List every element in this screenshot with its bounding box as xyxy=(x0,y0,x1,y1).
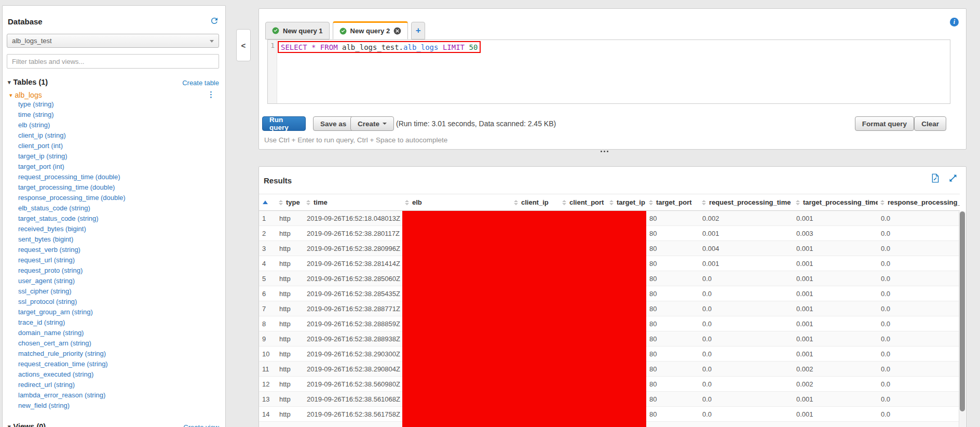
row-number: 11 xyxy=(259,365,276,373)
panel-resize-handle[interactable] xyxy=(601,151,608,152)
create-view-link[interactable]: Create view xyxy=(183,423,219,427)
close-tab-icon[interactable] xyxy=(393,27,401,35)
column-item[interactable]: received_bytes (bigint) xyxy=(18,224,126,234)
sql-token: LIMIT xyxy=(443,43,469,51)
cell-response_processing: 0.0 xyxy=(878,335,960,343)
row-number: 1 xyxy=(259,215,276,222)
collapse-sidebar-handle[interactable]: < xyxy=(236,29,251,61)
expand-results-icon[interactable] xyxy=(948,174,958,183)
table-name-label: alb_logs xyxy=(15,91,42,99)
column-item[interactable]: target_processing_time (double) xyxy=(18,182,126,193)
cell-target_processing_time: 0.001 xyxy=(793,290,878,298)
database-select[interactable]: alb_logs_test xyxy=(7,34,219,48)
column-header-label: client_port xyxy=(569,198,604,206)
column-header-client_port[interactable]: client_port xyxy=(560,194,607,210)
cell-target_processing_time: 0.001 xyxy=(793,395,878,403)
info-icon[interactable]: i xyxy=(950,18,959,26)
cell-target_port: 80 xyxy=(646,305,699,313)
row-number: 12 xyxy=(259,380,276,388)
column-item[interactable]: client_ip (string) xyxy=(18,130,126,141)
filter-tables-input[interactable] xyxy=(7,54,219,69)
table-columns-list: type (string) time (string) elb (string)… xyxy=(18,99,126,411)
column-header-target_port[interactable]: target_port xyxy=(646,194,699,210)
column-item[interactable]: elb (string) xyxy=(18,120,126,130)
column-header-response_processing[interactable]: response_processing_ xyxy=(878,194,960,210)
column-item[interactable]: chosen_cert_arn (string) xyxy=(18,338,126,349)
column-header-type[interactable]: type xyxy=(276,194,304,210)
column-item[interactable]: trace_id (string) xyxy=(18,317,126,328)
column-item[interactable]: ssl_cipher (string) xyxy=(18,286,126,297)
cell-time: 2019-09-26T16:52:38.290300Z xyxy=(304,350,402,358)
cell-request_processing_time: 0.0 xyxy=(699,410,793,418)
column-header-label: target_processing_time xyxy=(803,198,878,206)
column-item[interactable]: request_proto (string) xyxy=(18,265,126,276)
scrollbar-thumb[interactable] xyxy=(960,211,965,411)
tab-new-query-1[interactable]: New query 1 xyxy=(265,22,330,39)
column-item[interactable]: sent_bytes (bigint) xyxy=(18,234,126,245)
cell-target_port: 80 xyxy=(646,215,699,222)
download-results-icon[interactable] xyxy=(931,174,940,183)
row-number: 13 xyxy=(259,395,276,403)
results-header-row: typetimeelbclient_ipclient_porttarget_ip… xyxy=(259,194,960,211)
column-item[interactable]: time (string) xyxy=(18,110,126,120)
results-scrollbar[interactable] xyxy=(959,211,965,427)
cell-target_port: 80 xyxy=(646,335,699,343)
cell-time: 2019-09-26T16:52:38.280996Z xyxy=(304,245,402,252)
row-number: 8 xyxy=(259,320,276,328)
column-header-target_processing_time[interactable]: target_processing_time xyxy=(793,194,878,210)
column-item[interactable]: user_agent (string) xyxy=(18,276,126,286)
tables-header-label: Tables (1) xyxy=(13,78,48,86)
table-options-kebab-icon[interactable]: ⋮ xyxy=(207,90,215,99)
new-tab-button[interactable]: + xyxy=(411,22,425,39)
column-item[interactable]: request_creation_time (string) xyxy=(18,359,126,369)
clear-button[interactable]: Clear xyxy=(914,116,946,131)
sort-icon xyxy=(279,200,283,205)
cell-time: 2019-09-26T16:52:38.288771Z xyxy=(304,305,402,313)
run-query-label: Run query xyxy=(269,116,298,131)
tab-new-query-2[interactable]: New query 2 xyxy=(333,21,409,39)
column-header-target_ip[interactable]: target_ip xyxy=(607,194,646,210)
column-item[interactable]: lambda_error_reason (string) xyxy=(18,390,126,401)
refresh-icon[interactable] xyxy=(210,16,219,25)
cell-request_processing_time: 0.0 xyxy=(699,290,793,298)
column-item[interactable]: new_field (string) xyxy=(18,401,126,411)
tables-section-header[interactable]: ▾Tables (1) xyxy=(8,78,48,86)
sort-ascending-icon xyxy=(263,201,268,204)
table-item-alb-logs[interactable]: ▾alb_logs xyxy=(9,91,42,99)
column-item[interactable]: request_url (string) xyxy=(18,255,126,265)
column-item[interactable]: target_status_code (string) xyxy=(18,214,126,224)
column-item[interactable]: response_processing_time (double) xyxy=(18,193,126,203)
column-header-request_processing_time[interactable]: request_processing_time xyxy=(699,194,793,210)
column-item[interactable]: actions_executed (string) xyxy=(18,369,126,380)
column-item[interactable]: client_port (int) xyxy=(18,141,126,151)
column-item[interactable]: target_ip (string) xyxy=(18,151,126,162)
create-dropdown-button[interactable]: Create xyxy=(350,116,394,131)
save-as-button[interactable]: Save as xyxy=(313,116,353,131)
results-panel: Results typetimeelbclient_ipclient_portt… xyxy=(258,166,967,427)
views-section-header[interactable]: ▾Views (0) xyxy=(8,422,46,427)
column-item[interactable]: target_group_arn (string) xyxy=(18,307,126,317)
cell-target_processing_time: 0.001 xyxy=(793,275,878,283)
column-header-rownum[interactable] xyxy=(259,194,276,210)
format-query-button[interactable]: Format query xyxy=(855,116,914,131)
run-query-button[interactable]: Run query xyxy=(262,116,306,131)
column-header-client_ip[interactable]: client_ip xyxy=(511,194,560,210)
column-item[interactable]: ssl_protocol (string) xyxy=(18,297,126,307)
column-item[interactable]: request_processing_time (double) xyxy=(18,172,126,182)
column-item[interactable]: target_port (int) xyxy=(18,162,126,172)
cell-time: 2019-09-26T16:52:38.777291Z xyxy=(304,425,402,427)
column-header-time[interactable]: time xyxy=(304,194,402,210)
cell-target_port: 80 xyxy=(646,425,699,427)
row-number: 4 xyxy=(259,260,276,268)
column-header-elb[interactable]: elb xyxy=(402,194,511,210)
column-item[interactable]: request_verb (string) xyxy=(18,245,126,255)
column-item[interactable]: domain_name (string) xyxy=(18,328,126,338)
column-item[interactable]: redirect_url (string) xyxy=(18,380,126,390)
column-item[interactable]: type (string) xyxy=(18,99,126,110)
format-query-label: Format query xyxy=(862,120,907,128)
cell-target_processing_time: 0.001 xyxy=(793,305,878,313)
column-item[interactable]: matched_rule_priority (string) xyxy=(18,349,126,359)
sql-editor[interactable]: 1 SELECT * FROM alb_logs_test. alb_logs … xyxy=(267,39,950,104)
create-table-link[interactable]: Create table xyxy=(182,79,219,87)
column-item[interactable]: elb_status_code (string) xyxy=(18,203,126,214)
